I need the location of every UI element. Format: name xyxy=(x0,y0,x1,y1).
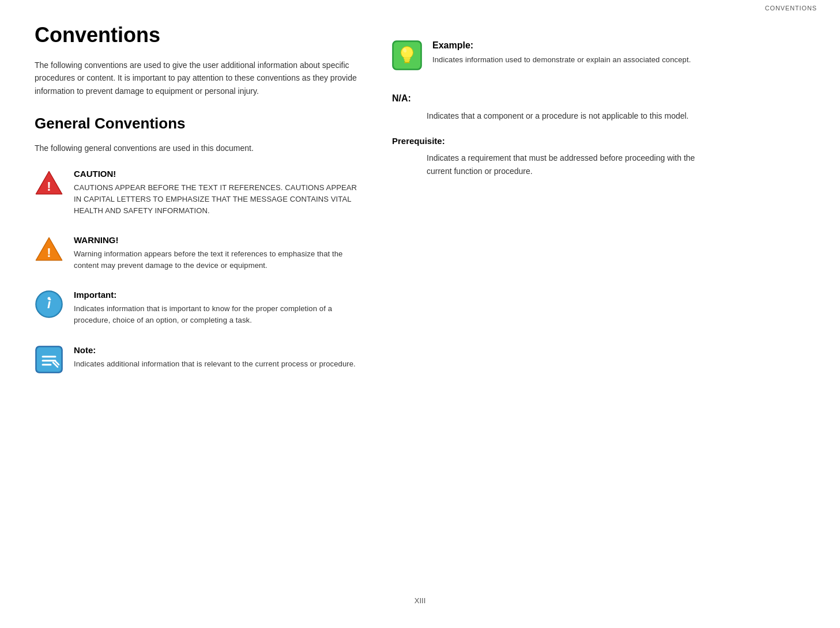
svg-point-9 xyxy=(48,297,51,300)
important-item: i Important: Indicates information that … xyxy=(35,290,357,326)
example-title: Example: xyxy=(432,40,715,51)
example-item: Example: Indicates information used to d… xyxy=(392,40,715,70)
example-desc: Indicates information used to demonstrat… xyxy=(432,54,715,66)
caution-title: CAUTION! xyxy=(74,169,357,179)
note-title: Note: xyxy=(74,345,357,355)
caution-desc: CAUTIONS APPEAR BEFORE THE TEXT IT REFER… xyxy=(74,182,357,217)
important-text: Important: Indicates information that is… xyxy=(74,290,357,326)
general-conventions-title: General Conventions xyxy=(35,115,357,133)
svg-rect-21 xyxy=(404,59,410,61)
note-item: Note: Indicates additional information t… xyxy=(35,345,357,374)
example-icon xyxy=(392,40,422,70)
svg-rect-20 xyxy=(404,58,410,59)
warning-icon: ! xyxy=(35,235,63,264)
note-text: Note: Indicates additional information t… xyxy=(74,345,357,370)
na-title: N/A: xyxy=(392,93,715,104)
na-section: N/A: Indicates that a component or a pro… xyxy=(392,93,715,122)
example-text: Example: Indicates information used to d… xyxy=(432,40,715,66)
important-title: Important: xyxy=(74,290,357,300)
note-desc: Indicates additional information that is… xyxy=(74,358,357,370)
na-desc: Indicates that a component or a procedur… xyxy=(392,109,715,122)
left-column: Conventions The following conventions ar… xyxy=(35,23,357,392)
right-column: Example: Indicates information used to d… xyxy=(392,23,715,392)
page-title: Conventions xyxy=(35,23,357,47)
important-desc: Indicates information that is important … xyxy=(74,303,357,326)
caution-icon: ! xyxy=(35,169,63,198)
note-icon xyxy=(35,345,63,374)
page-content: Conventions The following conventions ar… xyxy=(0,12,840,415)
svg-rect-11 xyxy=(37,347,61,372)
svg-text:!: ! xyxy=(47,179,51,194)
svg-rect-23 xyxy=(404,62,410,63)
page-number: XIII xyxy=(415,596,426,605)
intro-text: The following conventions are used to gi… xyxy=(35,59,357,97)
important-icon: i xyxy=(35,290,63,319)
prerequisite-title: Prerequisite: xyxy=(392,136,715,146)
caution-item: ! CAUTION! CAUTIONS APPEAR BEFORE THE TE… xyxy=(35,169,357,217)
warning-desc: Warning information appears before the t… xyxy=(74,248,357,271)
section-intro: The following general conventions are us… xyxy=(35,142,357,154)
caution-text: CAUTION! CAUTIONS APPEAR BEFORE THE TEXT… xyxy=(74,169,357,217)
prerequisite-desc: Indicates a requirement that must be add… xyxy=(392,152,715,177)
svg-point-19 xyxy=(401,47,413,59)
page-header: CONVENTIONS xyxy=(0,0,840,12)
svg-text:!: ! xyxy=(47,245,51,260)
header-label: CONVENTIONS xyxy=(765,5,817,12)
page-footer: XIII xyxy=(0,585,840,616)
warning-item: ! WARNING! Warning information appears b… xyxy=(35,235,357,271)
warning-text: WARNING! Warning information appears bef… xyxy=(74,235,357,271)
warning-title: WARNING! xyxy=(74,235,357,245)
prerequisite-section: Prerequisite: Indicates a requirement th… xyxy=(392,136,715,177)
